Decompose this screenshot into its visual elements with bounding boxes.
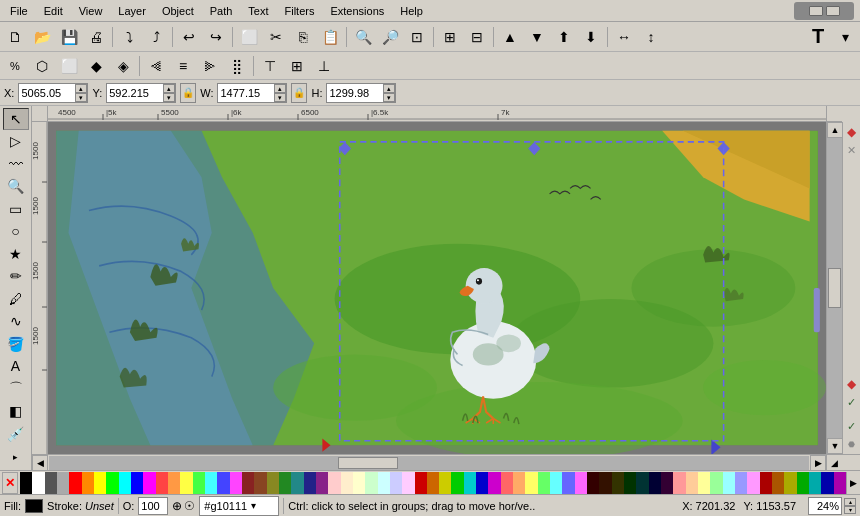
snap-right-icon1[interactable]: ◆: [844, 124, 860, 140]
cut-button[interactable]: ✂: [263, 25, 289, 49]
align-left-button[interactable]: ⫷: [143, 54, 169, 78]
min-btn[interactable]: [809, 6, 823, 16]
copy-style-button[interactable]: ⬜: [236, 25, 262, 49]
color-swatch-ff66ff[interactable]: [575, 472, 587, 494]
color-swatch-ff99ff[interactable]: [747, 472, 759, 494]
color-swatch-ff0000[interactable]: [69, 472, 81, 494]
color-swatch-00aa00[interactable]: [797, 472, 809, 494]
zoom-down-button[interactable]: ▾: [844, 506, 856, 514]
eyedropper-tool[interactable]: 💉: [3, 423, 29, 445]
color-swatch-4444ff[interactable]: [217, 472, 229, 494]
color-swatch-00aaaa[interactable]: [809, 472, 821, 494]
paste-button[interactable]: 📋: [317, 25, 343, 49]
color-swatch-00cccc[interactable]: [464, 472, 476, 494]
color-swatch-000033[interactable]: [649, 472, 661, 494]
menu-extensions[interactable]: Extensions: [322, 3, 392, 19]
menu-text[interactable]: Text: [240, 3, 276, 19]
redo-button[interactable]: ↪: [203, 25, 229, 49]
color-swatch-333300[interactable]: [612, 472, 624, 494]
color-swatch-ff4444[interactable]: [156, 472, 168, 494]
color-swatch-ff8800[interactable]: [82, 472, 94, 494]
print-button[interactable]: 🖨: [83, 25, 109, 49]
color-swatch-ffff44[interactable]: [180, 472, 192, 494]
menu-view[interactable]: View: [71, 3, 111, 19]
snap-bbox-button[interactable]: ⬜: [56, 54, 82, 78]
scroll-right-button[interactable]: ▶: [810, 455, 826, 471]
pencil-tool[interactable]: ✏: [3, 266, 29, 288]
menu-layer[interactable]: Layer: [110, 3, 154, 19]
color-swatch-cc6600[interactable]: [427, 472, 439, 494]
color-swatch-ffffff[interactable]: [32, 472, 44, 494]
zoom-tool[interactable]: 🔍: [3, 176, 29, 198]
text-tool[interactable]: A: [3, 356, 29, 378]
zoom-up-button[interactable]: ▴: [844, 498, 856, 506]
color-swatch-6666ff[interactable]: [562, 472, 574, 494]
distribute-button[interactable]: ⣿: [224, 54, 250, 78]
y-spin-down[interactable]: ▾: [163, 93, 175, 102]
right-scroll-thumb[interactable]: [828, 268, 841, 308]
fill-color-box[interactable]: [25, 499, 43, 513]
color-swatch-44ffff[interactable]: [205, 472, 217, 494]
color-swatch-ffff66[interactable]: [525, 472, 537, 494]
lower-button[interactable]: ▼: [524, 25, 550, 49]
color-swatch-aa5500[interactable]: [772, 472, 784, 494]
opacity-input[interactable]: [138, 497, 168, 515]
align-center-button[interactable]: ≡: [170, 54, 196, 78]
color-swatch-882288[interactable]: [316, 472, 328, 494]
align-top-button[interactable]: ⊤: [257, 54, 283, 78]
menu-file[interactable]: File: [2, 3, 36, 19]
max-btn[interactable]: [826, 6, 840, 16]
color-swatch-aa0000[interactable]: [760, 472, 772, 494]
color-swatch-ffffcc[interactable]: [353, 472, 365, 494]
color-swatch-66ff66[interactable]: [538, 472, 550, 494]
align-middle-button[interactable]: ⊞: [284, 54, 310, 78]
canvas-viewport[interactable]: [48, 122, 826, 454]
color-swatch-228888[interactable]: [291, 472, 303, 494]
color-swatch-cccc00[interactable]: [439, 472, 451, 494]
snap-from-nodes-button[interactable]: ◆: [83, 54, 109, 78]
selector-tool[interactable]: ↖: [3, 108, 29, 130]
snap-right-icon2[interactable]: ✕: [844, 142, 860, 158]
color-swatch-99ff99[interactable]: [710, 472, 722, 494]
color-swatch-003300[interactable]: [624, 472, 636, 494]
more-tools-button[interactable]: ▾: [832, 25, 858, 49]
color-swatch-0000cc[interactable]: [476, 472, 488, 494]
snap-right-icon3[interactable]: ◆: [844, 376, 860, 392]
align-right-button[interactable]: ⫸: [197, 54, 223, 78]
star-tool[interactable]: ★: [3, 243, 29, 265]
circle-tool[interactable]: ○: [3, 221, 29, 243]
scroll-left-button[interactable]: ◀: [32, 455, 48, 471]
color-swatch-ccffff[interactable]: [378, 472, 390, 494]
no-color-button[interactable]: ✕: [2, 472, 18, 494]
tweak-tool[interactable]: 〰: [3, 153, 29, 175]
color-swatch-0000aa[interactable]: [821, 472, 833, 494]
snap-right-icon6[interactable]: ⬣: [844, 436, 860, 452]
calligraphy-tool[interactable]: ∿: [3, 311, 29, 333]
flip-v-button[interactable]: ↕: [638, 25, 664, 49]
snap-from-bbox-button[interactable]: ◈: [110, 54, 136, 78]
color-swatch-ff9999[interactable]: [673, 472, 685, 494]
color-swatch-44ff44[interactable]: [193, 472, 205, 494]
export-button[interactable]: ⤴: [143, 25, 169, 49]
color-swatch-ffff99[interactable]: [698, 472, 710, 494]
raise-button[interactable]: ▲: [497, 25, 523, 49]
import-button[interactable]: ⤵: [116, 25, 142, 49]
w-spin-up[interactable]: ▴: [274, 84, 286, 93]
bucket-tool[interactable]: 🪣: [3, 333, 29, 355]
color-swatch-ff9944[interactable]: [168, 472, 180, 494]
menu-path[interactable]: Path: [202, 3, 241, 19]
color-swatch-ffff00[interactable]: [94, 472, 106, 494]
lower-bottom-button[interactable]: ⬇: [578, 25, 604, 49]
opacity-icon2[interactable]: ☉: [184, 499, 195, 513]
color-swatch-66ffff[interactable]: [550, 472, 562, 494]
color-swatch-00cc00[interactable]: [451, 472, 463, 494]
color-swatch-228822[interactable]: [279, 472, 291, 494]
color-swatch-555555[interactable]: [45, 472, 57, 494]
color-swatch-003333[interactable]: [636, 472, 648, 494]
color-swatch-cc00cc[interactable]: [488, 472, 500, 494]
color-swatch-000000[interactable]: [20, 472, 32, 494]
menu-filters[interactable]: Filters: [277, 3, 323, 19]
menu-object[interactable]: Object: [154, 3, 202, 19]
zoom-page-button[interactable]: ⊡: [404, 25, 430, 49]
gradient-tool[interactable]: ◧: [3, 401, 29, 423]
